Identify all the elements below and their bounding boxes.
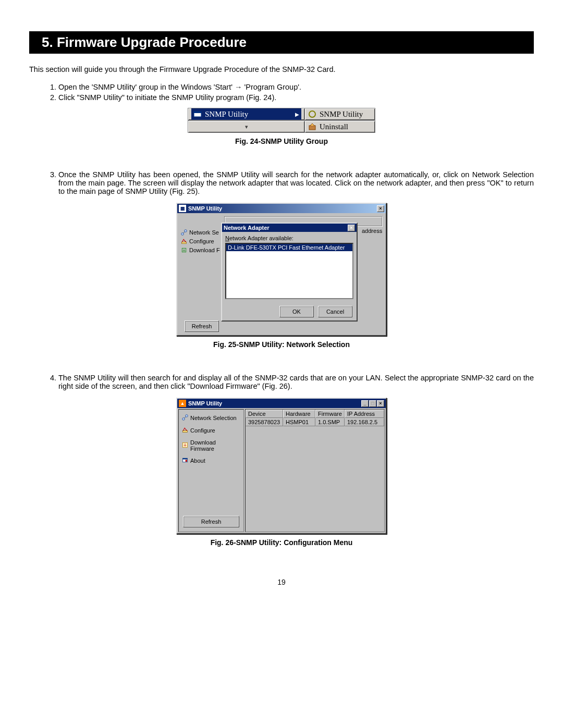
configure-icon bbox=[180, 238, 188, 245]
adapter-listbox[interactable]: D-Link DFE-530TX PCI Fast Ethernet Adapt… bbox=[225, 243, 353, 299]
network-icon bbox=[180, 229, 188, 236]
nav-label: Network Selection bbox=[190, 415, 237, 421]
nav-about[interactable]: About bbox=[179, 454, 243, 467]
expand-chevron-icon: ▾ bbox=[191, 124, 301, 130]
app-icon: ▲ bbox=[179, 400, 186, 407]
nav-panel: Network Selection Configure Download Fir… bbox=[178, 409, 244, 532]
dialog-titlebar: Network Adapter × bbox=[222, 224, 357, 232]
fig26-window: ▲ SNMP Utility _ □ × Network Selection C… bbox=[176, 398, 387, 534]
dialog-title: Network Adapter bbox=[224, 225, 270, 231]
nav-label: About bbox=[190, 458, 205, 464]
program-group-icon bbox=[193, 110, 202, 118]
nav-download-firmware[interactable]: Download F bbox=[180, 245, 223, 254]
app-icon: ▦ bbox=[179, 205, 186, 212]
intro-text: This section will guide you through the … bbox=[29, 65, 534, 73]
col-firmware[interactable]: Firmware bbox=[315, 410, 345, 418]
cell-device: 3925878023 bbox=[246, 418, 283, 426]
fig26-caption: Fig. 26-SNMP Utility: Configuration Menu bbox=[29, 538, 534, 547]
side-panel: Network Se Configure Download F bbox=[180, 228, 223, 332]
svg-line-6 bbox=[183, 231, 185, 233]
fig25-window: ▦ SNMP Utility × address Network Se Conf… bbox=[176, 203, 387, 336]
cancel-button[interactable]: Cancel bbox=[318, 306, 352, 317]
fig24-caption: Fig. 24-SNMP Utility Group bbox=[29, 137, 534, 145]
nav-configure[interactable]: Configure bbox=[180, 237, 223, 245]
nav-label: Download Firmware bbox=[190, 439, 240, 452]
download-icon bbox=[182, 442, 188, 449]
grid-header-row: Device Hardware Firmware IP Address bbox=[246, 410, 384, 418]
svg-rect-15 bbox=[183, 458, 188, 459]
section-heading: 5. Firmware Upgrade Procedure bbox=[29, 31, 534, 54]
window-title: SNMP Utility bbox=[188, 400, 222, 406]
menu-expand[interactable]: ▾ bbox=[188, 120, 305, 133]
refresh-button[interactable]: Refresh bbox=[183, 516, 239, 527]
col-device[interactable]: Device bbox=[246, 410, 283, 418]
configure-icon bbox=[182, 427, 188, 434]
nav-label: Network Se bbox=[189, 229, 219, 236]
ok-button[interactable]: OK bbox=[279, 306, 314, 317]
svg-rect-12 bbox=[183, 431, 188, 433]
svg-line-11 bbox=[185, 417, 186, 418]
close-icon[interactable]: × bbox=[348, 225, 355, 231]
submenu-label: SNMP Utility bbox=[320, 110, 363, 119]
svg-rect-1 bbox=[194, 112, 201, 113]
network-adapter-dialog: Network Adapter × NNetwork Adapter avail… bbox=[221, 223, 358, 322]
window-title: SNMP Utility bbox=[188, 205, 222, 212]
submenu-label: Uninstall bbox=[320, 122, 348, 131]
grid-data-row[interactable]: 3925878023 HSMP01 1.0.SMP 192.168.2.5 bbox=[246, 418, 384, 426]
step-4: The SNMP Utility will then search for an… bbox=[58, 374, 534, 390]
submenu-item-snmp-utility[interactable]: SNMP Utility bbox=[305, 108, 375, 120]
page-number: 19 bbox=[29, 578, 534, 586]
nav-network-selection[interactable]: Network Se bbox=[180, 228, 223, 237]
step-1: Open the 'SNMP Utility' group in the Win… bbox=[58, 83, 534, 91]
col-hardware[interactable]: Hardware bbox=[283, 410, 315, 418]
svg-rect-16 bbox=[186, 460, 187, 462]
menu-label: SNMP Utility bbox=[205, 110, 248, 119]
nav-download-firmware[interactable]: Download Firmware bbox=[179, 437, 243, 454]
step-2: Click "SNMP Utility" to initiate the SNM… bbox=[58, 93, 534, 102]
step-3: Once the SNMP Utility has been opened, t… bbox=[58, 170, 534, 195]
fig24-start-menu: SNMP Utility ▶ SNMP Utility ▾ Uninstall bbox=[188, 108, 375, 133]
menu-item-snmp-group[interactable]: SNMP Utility ▶ bbox=[188, 108, 305, 120]
submenu-item-uninstall[interactable]: Uninstall bbox=[305, 120, 375, 133]
device-grid: Device Hardware Firmware IP Address 3925… bbox=[245, 409, 385, 532]
minimize-icon[interactable]: _ bbox=[361, 400, 369, 407]
refresh-button[interactable]: Refresh bbox=[185, 320, 219, 332]
nav-label: Configure bbox=[190, 427, 215, 434]
svg-rect-7 bbox=[182, 242, 187, 243]
close-icon[interactable]: × bbox=[377, 400, 384, 407]
download-icon bbox=[180, 246, 188, 254]
uninstall-icon bbox=[308, 122, 316, 131]
maximize-icon: □ bbox=[369, 400, 376, 407]
adapter-available-label: NNetwork Adapter available:etwork Adapte… bbox=[225, 235, 353, 241]
about-icon bbox=[182, 457, 188, 464]
fig25-caption: Fig. 25-SNMP Utility: Network Selection bbox=[29, 340, 534, 349]
svg-rect-3 bbox=[309, 126, 315, 130]
nav-label: Download F bbox=[189, 247, 220, 253]
col-ip[interactable]: IP Address bbox=[345, 410, 384, 418]
cell-ip: 192.168.2.5 bbox=[345, 418, 384, 426]
titlebar: ▲ SNMP Utility _ □ × bbox=[177, 399, 386, 408]
titlebar: ▦ SNMP Utility × bbox=[177, 204, 386, 213]
nav-configure[interactable]: Configure bbox=[179, 424, 243, 437]
submenu-arrow-icon: ▶ bbox=[295, 112, 299, 117]
nav-network-selection[interactable]: Network Selection bbox=[179, 412, 243, 424]
cell-firmware: 1.0.SMP bbox=[315, 418, 345, 426]
column-address-label: address bbox=[362, 228, 383, 234]
nav-label: Configure bbox=[189, 238, 214, 244]
cell-hardware: HSMP01 bbox=[283, 418, 315, 426]
adapter-list-item[interactable]: D-Link DFE-530TX PCI Fast Ethernet Adapt… bbox=[226, 244, 352, 251]
app-icon bbox=[308, 110, 316, 118]
network-icon bbox=[182, 414, 188, 422]
close-icon[interactable]: × bbox=[377, 205, 384, 212]
svg-point-2 bbox=[309, 111, 315, 117]
